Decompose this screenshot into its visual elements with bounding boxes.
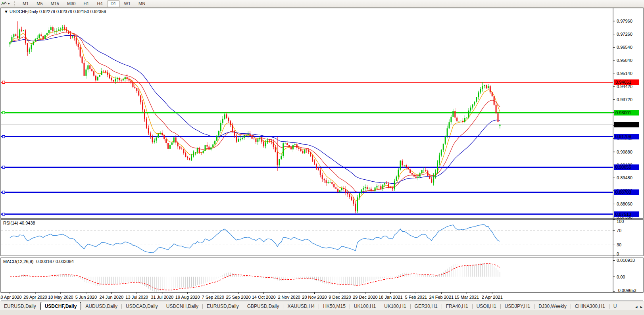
svg-text:10 Apr 2020: 10 Apr 2020 <box>0 295 22 300</box>
svg-text:14 Oct 2020: 14 Oct 2020 <box>252 295 276 300</box>
chart-tab-u[interactable]: U <box>609 303 621 310</box>
status-strip <box>0 310 644 315</box>
tabs-scroll-right-icon[interactable]: ► <box>640 305 643 309</box>
svg-text:0: 0 <box>617 252 619 256</box>
chart-tab-usdjpy-h1[interactable]: USDJPY,H1 <box>501 303 534 310</box>
svg-text:0.97260: 0.97260 <box>617 32 632 36</box>
svg-text:31 Jul 2020: 31 Jul 2020 <box>151 295 173 300</box>
svg-text:0.92359: 0.92359 <box>615 122 631 127</box>
svg-text:20 Nov 2020: 20 Nov 2020 <box>302 295 327 300</box>
svg-text:-0.009653: -0.009653 <box>617 288 636 293</box>
timeframe-button-d1[interactable]: D1 <box>107 0 120 7</box>
timeframe-button-m5[interactable]: M5 <box>33 0 46 7</box>
svg-text:5 Feb 2021: 5 Feb 2021 <box>405 295 427 300</box>
svg-text:100: 100 <box>617 219 624 224</box>
svg-text:30: 30 <box>617 242 621 247</box>
toolbar-grip-separator <box>14 1 17 6</box>
macd-label: MACD(12,26,9) -0.000167 0.003084 <box>3 259 74 264</box>
svg-text:0.94651: 0.94651 <box>615 80 631 85</box>
svg-text:2 Apr 2021: 2 Apr 2021 <box>482 295 503 300</box>
chart-tab-ger30-h1[interactable]: GER30,H1 <box>411 303 442 310</box>
chart-tab-eurusd-daily[interactable]: EURUSD,Daily <box>0 303 40 310</box>
svg-text:18 Jan 2021: 18 Jan 2021 <box>379 295 403 300</box>
tool-dropdown-caret-icon[interactable]: ▾ <box>8 2 13 6</box>
timeframe-button-h1[interactable]: H1 <box>80 0 92 7</box>
chart-tab-usdcad-daily[interactable]: USDCAD,Daily <box>122 303 162 310</box>
svg-text:0.96540: 0.96540 <box>617 45 632 50</box>
svg-text:5 Jun 2020: 5 Jun 2020 <box>75 295 97 300</box>
timeframe-button-w1[interactable]: W1 <box>121 0 135 7</box>
chart-ohlc-title: ▼ USDCHF,Daily 0.92279 0.92376 0.92150 0… <box>4 9 106 14</box>
tabs-scroll-left-icon[interactable]: ◄ <box>634 305 638 309</box>
chart-tab-china300-h1[interactable]: CHINA300,H1 <box>571 303 609 310</box>
svg-text:0.93720: 0.93720 <box>617 97 632 102</box>
svg-text:9 Dec 2020: 9 Dec 2020 <box>329 295 351 300</box>
svg-text:7 Sep 2020: 7 Sep 2020 <box>202 295 224 300</box>
svg-text:0.95140: 0.95140 <box>617 71 632 76</box>
svg-text:29 Apr 2020: 29 Apr 2020 <box>23 295 47 300</box>
svg-text:0.90055: 0.90055 <box>615 165 631 169</box>
chart-tab-eurusd-daily[interactable]: EURUSD,Daily <box>203 303 243 310</box>
chart-tab-bar: EURUSD,DailyUSDCHF,DailyAUDUSD,DailyUSDC… <box>0 302 644 310</box>
svg-text:0.93001: 0.93001 <box>615 110 631 115</box>
svg-text:15 Mar 2021: 15 Mar 2021 <box>454 295 479 300</box>
svg-text:0.89480: 0.89480 <box>617 175 632 180</box>
svg-text:0.90880: 0.90880 <box>617 150 632 154</box>
svg-text:0.010933: 0.010933 <box>617 258 635 263</box>
chart-tab-usdchf-daily[interactable]: USDCHF,Daily <box>40 302 81 310</box>
svg-text:0.88060: 0.88060 <box>617 202 632 206</box>
chart-tab-audusd-daily[interactable]: AUDUSD,Daily <box>81 303 121 310</box>
chart-tab-dj30-weekly[interactable]: DJ30,Weekly <box>534 303 570 310</box>
svg-text:0.88703: 0.88703 <box>615 190 631 194</box>
chart-tab-xauusd-h4[interactable]: XAUUSD,H4 <box>283 303 319 310</box>
svg-text:70: 70 <box>617 228 621 233</box>
chart-tab-usdcnh-daily[interactable]: USDCNH,Daily <box>162 303 202 310</box>
svg-text:2 Nov 2020: 2 Nov 2020 <box>278 295 300 300</box>
timeframe-button-h4[interactable]: H4 <box>93 0 106 7</box>
chart-tab-usoil-h1[interactable]: USOil,H1 <box>473 303 500 310</box>
svg-text:25 Sep 2020: 25 Sep 2020 <box>226 295 250 300</box>
date-axis[interactable]: 10 Apr 202029 Apr 202018 May 20205 Jun 2… <box>0 292 503 300</box>
svg-text:0.97960: 0.97960 <box>617 19 632 23</box>
chart-tab-uk100-h1[interactable]: UK100,H1 <box>380 303 410 310</box>
timeframe-toolbar: ▾ M1M5M15M30H1H4D1W1MN <box>0 0 644 8</box>
chart-cursor-tool-icon[interactable] <box>0 0 8 7</box>
timeframe-button-m15[interactable]: M15 <box>47 0 63 7</box>
chart-canvas[interactable]: 0.979600.972600.965400.958400.951400.944… <box>0 0 644 315</box>
svg-text:0.91709: 0.91709 <box>615 134 631 139</box>
chart-tab-hk50-m15[interactable]: HK50,M15 <box>319 303 350 310</box>
svg-text:24 Feb 2021: 24 Feb 2021 <box>429 295 454 300</box>
svg-text:24 Jun 2020: 24 Jun 2020 <box>100 295 124 300</box>
svg-text:0.00: 0.00 <box>617 275 625 279</box>
svg-text:19 Aug 2020: 19 Aug 2020 <box>175 295 200 300</box>
chart-tab-fra40-h1[interactable]: FRA40,H1 <box>442 303 472 310</box>
rsi-label: RSI(14) 40.9438 <box>3 221 35 225</box>
svg-text:13 Jul 2020: 13 Jul 2020 <box>125 295 148 300</box>
svg-text:18 May 2020: 18 May 2020 <box>48 295 73 300</box>
svg-text:29 Dec 2020: 29 Dec 2020 <box>353 295 377 300</box>
timeframe-button-mn[interactable]: MN <box>135 0 149 7</box>
timeframe-button-m1[interactable]: M1 <box>19 0 32 7</box>
trading-platform-window: ▾ M1M5M15M30H1H4D1W1MN 0.979600.972600.9… <box>0 0 644 315</box>
timeframe-button-m30[interactable]: M30 <box>63 0 79 7</box>
chart-tab-uk100-h1[interactable]: UK100,H1 <box>350 303 380 310</box>
svg-text:0.95840: 0.95840 <box>617 58 632 63</box>
chart-tab-gbpusd-daily[interactable]: GBPUSD,Daily <box>243 303 283 310</box>
svg-text:0.87513: 0.87513 <box>615 212 631 217</box>
